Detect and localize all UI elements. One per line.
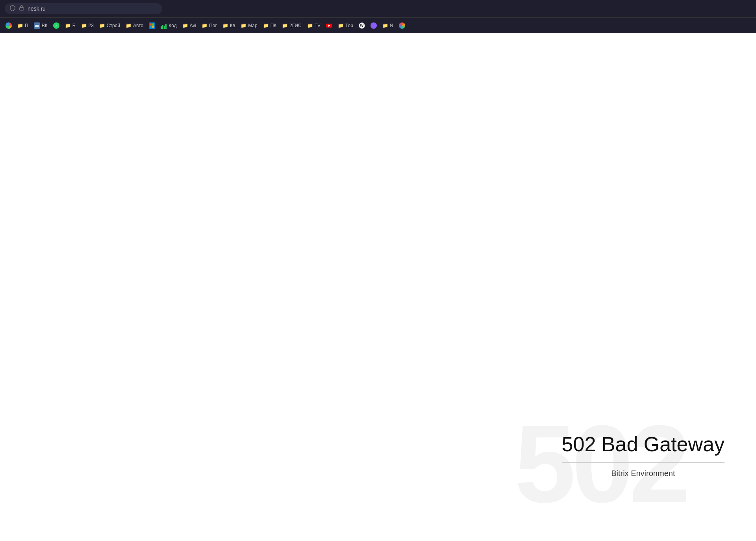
bookmark-tor[interactable]: 📁 Тор <box>335 22 356 30</box>
folder-icon: 📁 <box>99 23 105 28</box>
bookmark-23[interactable]: 📁 23 <box>79 22 96 30</box>
ms-icon <box>149 22 155 29</box>
shield-icon <box>9 5 16 13</box>
multicolor-icon <box>6 22 12 29</box>
url-text: nesk.ru <box>28 6 46 12</box>
svg-rect-0 <box>20 7 24 10</box>
bookmark-kod[interactable]: Код <box>158 21 179 30</box>
folder-icon: 📁 <box>263 23 269 28</box>
error-container: 502 502 Bad Gateway Bitrix Environment <box>562 432 724 478</box>
svg-rect-3 <box>150 26 152 28</box>
page-content: 502 502 Bad Gateway Bitrix Environment <box>0 33 756 537</box>
browser-chrome: nesk.ru 📁 П вк ВК ✓ 📁 Б 📁 23 📁 С <box>0 0 756 33</box>
svg-rect-4 <box>152 26 154 28</box>
bookmark-purple[interactable] <box>368 21 379 30</box>
bookmarks-bar: 📁 П вк ВК ✓ 📁 Б 📁 23 📁 Строй 📁 Авто <box>0 17 756 33</box>
address-bar-inner[interactable]: nesk.ru <box>5 3 162 14</box>
bookmark-label: ПК <box>271 23 277 28</box>
folder-icon: 📁 <box>382 23 388 28</box>
bookmark-multicolor[interactable] <box>3 21 14 30</box>
svg-rect-2 <box>152 23 154 25</box>
vk-icon: вк <box>34 22 40 29</box>
error-subtitle: Bitrix Environment <box>562 469 724 478</box>
bookmark-label: Строй <box>107 23 120 28</box>
colorwheel-icon <box>399 22 405 29</box>
bookmark-label: N <box>390 23 393 28</box>
address-bar: nesk.ru <box>0 0 756 17</box>
bookmark-b[interactable]: 📁 Б <box>63 22 78 30</box>
bookmark-mar[interactable]: 📁 Мар <box>238 22 259 30</box>
folder-icon: 📁 <box>307 23 313 28</box>
error-title: 502 Bad Gateway <box>562 432 724 456</box>
bookmark-label: Авто <box>133 23 143 28</box>
bookmark-avi[interactable]: 📁 Avi <box>180 22 198 30</box>
bookmark-label: Кв <box>230 23 235 28</box>
folder-icon: 📁 <box>182 23 188 28</box>
folder-icon: 📁 <box>222 23 228 28</box>
greenbar-icon <box>161 22 167 29</box>
folder-icon: 📁 <box>202 23 208 28</box>
bookmark-label: Б <box>72 23 76 28</box>
bookmark-label: Avi <box>190 23 196 28</box>
svg-rect-1 <box>150 23 152 25</box>
bookmark-wiki[interactable]: W <box>356 21 367 30</box>
bookmark-p[interactable]: 📁 П <box>15 22 31 30</box>
bookmark-colorwheel[interactable] <box>397 21 408 30</box>
bookmark-2gis[interactable]: 📁 2ГИС <box>280 22 304 30</box>
error-divider <box>562 462 724 463</box>
bookmark-label: П <box>25 23 28 28</box>
bookmark-label: TV <box>315 23 321 28</box>
bookmark-pog[interactable]: 📁 Пог <box>199 22 219 30</box>
bookmark-tv[interactable]: 📁 TV <box>305 22 323 30</box>
bookmark-label: Код <box>169 23 176 28</box>
folder-icon: 📁 <box>81 23 87 28</box>
bookmark-label: Пог <box>209 23 217 28</box>
bookmark-label: Тор <box>345 23 353 28</box>
bookmark-vk[interactable]: вк ВК <box>32 21 50 30</box>
bookmark-label: 2ГИС <box>289 23 301 28</box>
wikipedia-icon: W <box>359 22 365 29</box>
bookmark-ms[interactable] <box>146 21 158 30</box>
lock-icon <box>19 5 24 12</box>
bookmark-stroy[interactable]: 📁 Строй <box>97 22 122 30</box>
folder-icon: 📁 <box>126 23 132 28</box>
error-content: 502 Bad Gateway Bitrix Environment <box>562 432 724 478</box>
folder-icon: 📁 <box>241 23 246 28</box>
youtube-icon <box>326 24 332 28</box>
bookmark-label: 23 <box>89 23 94 28</box>
bookmark-pk[interactable]: 📁 ПК <box>261 22 279 30</box>
folder-icon: 📁 <box>338 23 344 28</box>
bookmark-yt[interactable] <box>324 22 335 29</box>
folder-icon: 📁 <box>17 23 23 28</box>
bookmark-label: Мар <box>248 23 257 28</box>
bookmark-label: ВК <box>42 23 48 28</box>
bookmark-kv[interactable]: 📁 Кв <box>220 22 237 30</box>
bookmark-wa[interactable]: ✓ <box>51 21 62 30</box>
bookmark-n[interactable]: 📁 N <box>380 22 396 30</box>
folder-icon: 📁 <box>65 23 71 28</box>
whatsapp-icon: ✓ <box>53 22 59 29</box>
folder-icon: 📁 <box>282 23 288 28</box>
bookmark-avto[interactable]: 📁 Авто <box>123 22 146 30</box>
purple-icon <box>371 22 377 29</box>
